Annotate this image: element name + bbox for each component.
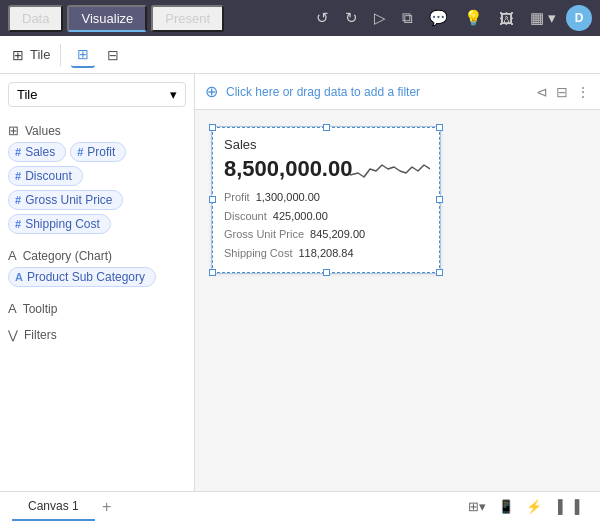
duplicate-button[interactable]: ⧉ [396,7,419,29]
main-toolbar: ⊞ Tile ⊞ ⊟ [0,36,600,74]
image-button[interactable]: 🖼 [493,8,520,29]
hash-icon-gross: # [15,194,21,206]
tag-discount-label: Discount [25,169,72,183]
tile-type-dropdown[interactable]: Tile ▾ [8,82,186,107]
canvas-content: Sales 8,500,000.00 Profit 1,300,000.00 D… [195,110,600,491]
tooltip-section-label: Tooltip [23,302,58,316]
handle-br[interactable] [436,269,443,276]
tag-profit-label: Profit [87,145,115,159]
tag-gross-label: Gross Unit Price [25,193,112,207]
filter-add-icon: ⊕ [205,82,218,101]
section-tooltip-header[interactable]: A Tooltip [8,301,186,316]
hash-icon: ⊞ [8,123,19,138]
hash-icon-sales: # [15,146,21,158]
nav-tab-present[interactable]: Present [151,5,224,32]
bottom-bar: Canvas 1 + ⊞▾ 📱 ⚡ ▐ ▌ [0,491,600,521]
nav-tab-data[interactable]: Data [8,5,63,32]
sparkline-chart [350,155,430,183]
handle-tm[interactable] [323,124,330,131]
section-values-header[interactable]: ⊞ Values [8,123,186,138]
values-section-label: Values [25,124,61,138]
filter-bar: ⊕ Click here or drag data to add a filte… [195,74,600,110]
hash-icon-shipping: # [15,218,21,230]
chevron-down-icon: ▾ [170,87,177,102]
tile-icon: ⊞ [12,47,24,63]
detail-row-profit: Profit 1,300,000.00 [224,188,428,207]
undo-button[interactable]: ↺ [310,7,335,29]
tile-main-value: 8,500,000.00 [224,156,352,182]
detail-val-shipping: 118,208.84 [299,244,354,263]
text-icon-category: A [8,248,17,263]
section-filters-header[interactable]: ⋁ Filters [8,328,186,342]
bottom-grid-icon[interactable]: ⊞▾ [464,497,490,516]
filter-more-icon[interactable]: ⋮ [576,84,590,100]
detail-val-discount: 425,000.00 [273,207,328,226]
tile-title: Sales [224,137,428,152]
tag-gross-unit-price[interactable]: # Gross Unit Price [8,190,123,210]
detail-label-shipping: Shipping Cost [224,244,293,263]
toolbar-title-label: Tile [30,47,50,62]
toolbar-separator [60,44,61,66]
tag-subcategory-label: Product Sub Category [27,270,145,284]
values-tags: # Sales # Profit # Discount # Gross Unit… [8,142,186,234]
bottom-phone-icon[interactable]: 📱 [494,497,518,516]
tag-shipping-label: Shipping Cost [25,217,100,231]
nav-tab-visualize[interactable]: Visualize [67,5,147,32]
layout-button[interactable]: ▦ ▾ [524,7,562,29]
main-layout: Tile ▾ ⊞ Values # Sales # Profit # Disco… [0,74,600,491]
top-navigation: Data Visualize Present ↺ ↻ ▷ ⧉ 💬 💡 🖼 ▦ ▾… [0,0,600,36]
handle-ml[interactable] [209,196,216,203]
detail-val-profit: 1,300,000.00 [256,188,320,207]
hash-icon-profit: # [77,146,83,158]
detail-row-discount: Discount 425,000.00 [224,207,428,226]
user-avatar[interactable]: D [566,5,592,31]
detail-label-gross: Gross Unit Price [224,225,304,244]
hash-icon-discount: # [15,170,21,182]
tile-card[interactable]: Sales 8,500,000.00 Profit 1,300,000.00 D… [211,126,441,274]
handle-mr[interactable] [436,196,443,203]
canvas-area: ⊕ Click here or drag data to add a filte… [195,74,600,491]
filter-bar-text[interactable]: Click here or drag data to add a filter [226,85,528,99]
detail-label-profit: Profit [224,188,250,207]
tag-sales[interactable]: # Sales [8,142,66,162]
detail-row-gross: Gross Unit Price 845,209.00 [224,225,428,244]
handle-tr[interactable] [436,124,443,131]
filter-icon: ⋁ [8,328,18,342]
handle-tl[interactable] [209,124,216,131]
text-icon-subcategory: A [15,271,23,283]
comment-button[interactable]: 💬 [423,7,454,29]
detail-label-discount: Discount [224,207,267,226]
grid-view-button[interactable]: ⊟ [101,43,125,67]
tile-view-button[interactable]: ⊞ [71,42,95,68]
bottom-layout-right-icon[interactable]: ▌ [571,497,588,516]
tooltip-icon: A [8,301,17,316]
category-tags: A Product Sub Category [8,267,186,287]
redo-button[interactable]: ↻ [339,7,364,29]
category-section-label: Category (Chart) [23,249,112,263]
insight-button[interactable]: 💡 [458,7,489,29]
filter-funnel-icon[interactable]: ⊲ [536,84,548,100]
bottom-right-icons: ⊞▾ 📱 ⚡ ▐ ▌ [464,497,588,516]
filter-settings-icon[interactable]: ⊟ [556,84,568,100]
canvas-add-tab-button[interactable]: + [95,495,119,519]
bottom-layout-left-icon[interactable]: ▐ [550,497,567,516]
toolbar-title-area: ⊞ Tile [12,47,50,63]
bottom-lightning-icon[interactable]: ⚡ [522,497,546,516]
tag-product-sub-category[interactable]: A Product Sub Category [8,267,156,287]
left-panel: Tile ▾ ⊞ Values # Sales # Profit # Disco… [0,74,195,491]
detail-val-gross: 845,209.00 [310,225,365,244]
tag-sales-label: Sales [25,145,55,159]
tag-shipping-cost[interactable]: # Shipping Cost [8,214,111,234]
section-category-header[interactable]: A Category (Chart) [8,248,186,263]
tag-profit[interactable]: # Profit [70,142,126,162]
tile-details: Profit 1,300,000.00 Discount 425,000.00 … [224,188,428,263]
filters-section-label: Filters [24,328,57,342]
handle-bl[interactable] [209,269,216,276]
tag-discount[interactable]: # Discount [8,166,83,186]
play-button[interactable]: ▷ [368,7,392,29]
canvas-tab-1[interactable]: Canvas 1 [12,492,95,521]
tile-type-label: Tile [17,87,37,102]
handle-bm[interactable] [323,269,330,276]
detail-row-shipping: Shipping Cost 118,208.84 [224,244,428,263]
